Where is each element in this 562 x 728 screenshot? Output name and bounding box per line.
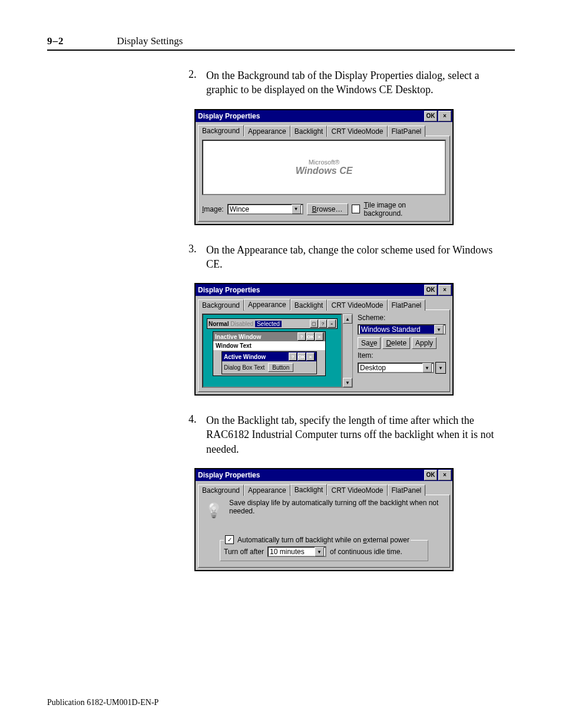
background-panel: Microsoft® Windows CE Image: Wince ▼ Bro…: [198, 136, 450, 222]
color-picker-button[interactable]: ▼: [435, 362, 446, 374]
preview-help-icon: ?: [319, 319, 327, 328]
duration-combo[interactable]: 10 minutes ▼: [267, 546, 326, 557]
apply-button[interactable]: Apply: [412, 337, 437, 349]
auto-off-checkbox[interactable]: ✓: [225, 535, 234, 544]
dialog-title: Display Properties: [198, 471, 423, 479]
titlebar: Display Properties OK ×: [196, 110, 452, 122]
tab-background[interactable]: Background: [198, 125, 244, 136]
publication-footer: Publication 6182-UM001D-EN-P: [47, 698, 158, 707]
dialog-title: Display Properties: [198, 286, 423, 294]
dropdown-arrow-icon[interactable]: ▼: [422, 363, 432, 373]
preview-button: Button: [268, 363, 293, 372]
delete-button[interactable]: Delete: [382, 337, 410, 349]
appearance-controls: Scheme: Windows Standard ▼ Save Delete A…: [358, 314, 446, 388]
preview-close-icon: ×: [306, 353, 315, 361]
image-value: Wince: [230, 205, 249, 213]
item-label: Item:: [358, 351, 446, 360]
screenshot-appearance-tab: Display Properties OK × Background Appea…: [194, 283, 515, 396]
auto-off-label: Automatically turn off backlight while o…: [237, 536, 409, 544]
step-number: 2.: [189, 68, 206, 97]
backlight-panel: 💡 Save display life by automatically tur…: [198, 495, 450, 568]
ok-button[interactable]: OK: [424, 111, 437, 121]
close-button[interactable]: ×: [438, 285, 451, 295]
preview-inactive-title: Inactive Window: [215, 334, 261, 340]
tab-flatpanel[interactable]: FlatPanel: [388, 485, 426, 496]
close-button[interactable]: ×: [438, 470, 451, 480]
preview-dialog-text: Dialog Box Text: [224, 364, 265, 371]
image-row: Image: Wince ▼ Browse… Tile image on bac…: [202, 201, 446, 218]
tab-crt-videomode[interactable]: CRT VideoMode: [327, 485, 387, 496]
tab-backlight[interactable]: Backlight: [290, 299, 328, 311]
appearance-preview: Normal Disabled Selected ▢ ? × Inactive …: [202, 314, 342, 388]
preview-scrollbar[interactable]: ▲ ▼: [342, 314, 353, 388]
idle-label: of continuous idle time.: [330, 548, 402, 556]
scheme-combo[interactable]: Windows Standard ▼: [358, 324, 446, 335]
step-number: 3.: [189, 243, 206, 272]
tab-crt-videomode[interactable]: CRT VideoMode: [327, 126, 387, 137]
scroll-down-icon[interactable]: ▼: [343, 378, 352, 387]
dropdown-arrow-icon[interactable]: ▼: [315, 547, 324, 556]
preview-restore-icon: ▢: [310, 319, 318, 328]
tab-flatpanel[interactable]: FlatPanel: [388, 126, 426, 137]
preview-selected: Selected: [255, 321, 282, 327]
wallpaper-preview: Microsoft® Windows CE: [202, 140, 446, 195]
step-text: On the Appearance tab, change the color …: [206, 243, 497, 272]
tab-strip: Background Appearance Backlight CRT Vide…: [198, 125, 450, 136]
tab-backlight[interactable]: Backlight: [290, 484, 328, 495]
ok-button[interactable]: OK: [424, 285, 437, 295]
page-number: 9–2: [47, 35, 64, 47]
dialog-title: Display Properties: [198, 112, 423, 120]
tab-appearance[interactable]: Appearance: [244, 485, 290, 496]
tab-background[interactable]: Background: [198, 299, 244, 311]
tab-appearance[interactable]: Appearance: [244, 126, 290, 137]
image-combo[interactable]: Wince ▼: [227, 204, 303, 215]
tab-appearance[interactable]: Appearance: [244, 299, 290, 310]
tab-crt-videomode[interactable]: CRT VideoMode: [327, 299, 387, 311]
step-2: 2. On the Background tab of the Display …: [189, 68, 497, 97]
windows-ce-logo: Microsoft® Windows CE: [296, 159, 353, 176]
titlebar: Display Properties OK ×: [196, 469, 452, 481]
display-properties-dialog: Display Properties OK × Background Appea…: [194, 283, 454, 396]
preview-disabled: Disabled: [230, 321, 253, 327]
tile-label: Tile image on background.: [363, 201, 446, 218]
preview-normal: Normal: [209, 321, 229, 327]
step-text: On the Background tab of the Display Pro…: [206, 68, 497, 97]
tile-checkbox[interactable]: [352, 205, 361, 213]
dropdown-arrow-icon[interactable]: ▼: [434, 325, 444, 334]
dropdown-arrow-icon[interactable]: ▼: [292, 205, 301, 214]
preview-window-text: Window Text: [213, 341, 325, 350]
lightbulb-icon: 💡: [202, 499, 226, 522]
tab-flatpanel[interactable]: FlatPanel: [388, 299, 426, 311]
tab-strip: Background Appearance Backlight CRT Vide…: [198, 484, 450, 495]
titlebar: Display Properties OK ×: [196, 284, 452, 296]
appearance-panel: Normal Disabled Selected ▢ ? × Inactive …: [198, 309, 450, 392]
save-button[interactable]: Save: [358, 337, 381, 349]
image-label: Image:: [202, 205, 224, 213]
scheme-label: Scheme:: [358, 314, 446, 322]
preview-help-icon: ?: [289, 353, 297, 361]
scheme-value: Windows Standard: [360, 325, 434, 334]
duration-value: 10 minutes: [270, 548, 305, 556]
preview-help-icon: ?: [297, 332, 306, 341]
browse-button[interactable]: Browse…: [307, 203, 348, 215]
scroll-up-icon[interactable]: ▲: [343, 314, 352, 324]
screenshot-background-tab: Display Properties OK × Background Appea…: [194, 109, 515, 225]
step-number: 4.: [189, 413, 206, 456]
preview-active-title: Active Window: [224, 354, 266, 360]
page-header: 9–2 Display Settings: [47, 35, 515, 51]
ok-button[interactable]: OK: [424, 470, 437, 480]
item-combo[interactable]: Desktop ▼: [358, 363, 434, 373]
step-4: 4. On the Backlight tab, specify the len…: [189, 413, 497, 456]
tab-backlight[interactable]: Backlight: [290, 126, 328, 137]
backlight-description: Save display life by automatically turni…: [229, 499, 446, 515]
screenshot-backlight-tab: Display Properties OK × Background Appea…: [194, 468, 515, 571]
display-properties-dialog: Display Properties OK × Background Appea…: [194, 468, 454, 571]
section-title: Display Settings: [117, 35, 183, 47]
close-button[interactable]: ×: [438, 111, 451, 121]
logo-line2: Windows CE: [296, 166, 353, 176]
step-3: 3. On the Appearance tab, change the col…: [189, 243, 497, 272]
preview-close-icon: ×: [328, 319, 336, 328]
tab-strip: Background Appearance Backlight CRT Vide…: [198, 299, 450, 310]
step-text: On the Backlight tab, specify the length…: [206, 413, 497, 456]
tab-background[interactable]: Background: [198, 485, 244, 496]
